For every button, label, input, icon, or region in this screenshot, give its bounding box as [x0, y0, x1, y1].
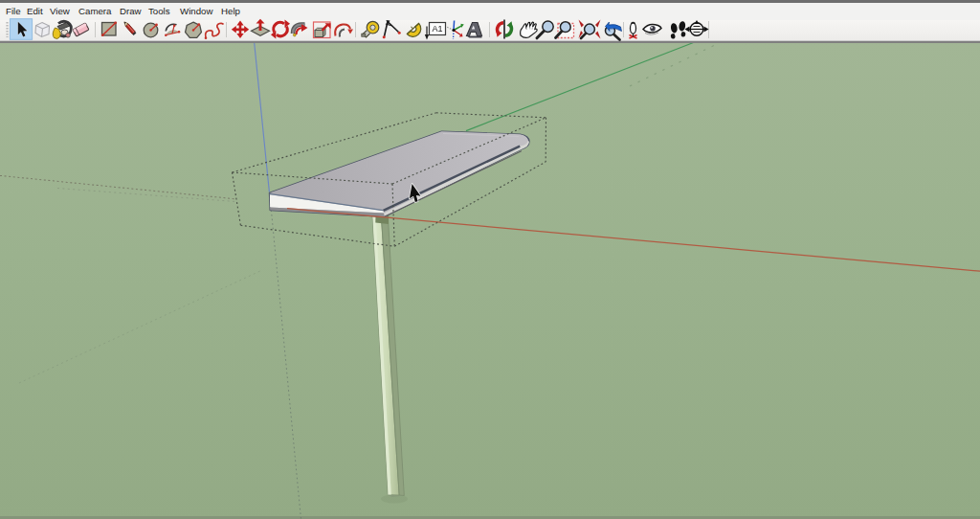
svg-text:A1: A1 — [433, 24, 443, 34]
